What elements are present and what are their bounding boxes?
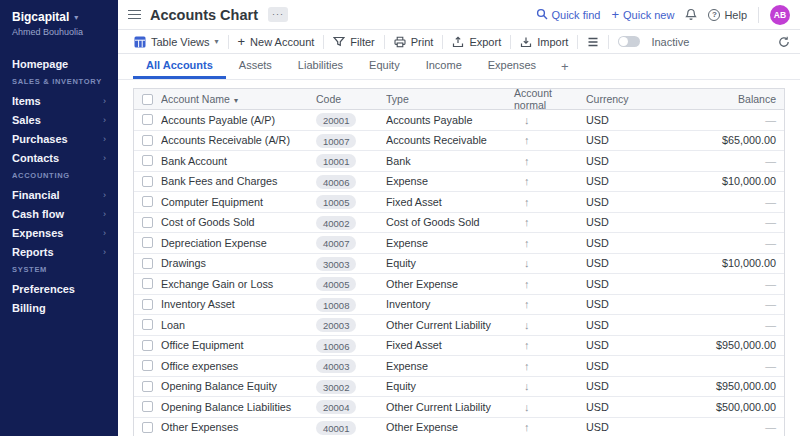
table-row[interactable]: Computer Equipment 10005 Fixed Asset ↑ U…: [134, 192, 784, 213]
row-checkbox[interactable]: [142, 176, 153, 187]
quick-new-button[interactable]: + Quick new: [611, 8, 674, 21]
row-checkbox[interactable]: [142, 319, 153, 330]
main-area: Accounts Chart ··· Quick find + Quick ne…: [118, 0, 800, 436]
currency-cell: USD: [586, 278, 661, 290]
row-checkbox[interactable]: [142, 299, 153, 310]
account-name-cell: Accounts Receivable (A/R): [161, 134, 316, 146]
refresh-button[interactable]: [778, 36, 790, 48]
account-type-cell: Equity: [386, 380, 514, 392]
tab[interactable]: Liabilities: [285, 54, 356, 79]
sidebar-item[interactable]: Items ›: [0, 91, 118, 110]
row-checkbox[interactable]: [142, 258, 153, 269]
sidebar-item[interactable]: Expenses ›: [0, 223, 118, 242]
sidebar-item[interactable]: Sales ›: [0, 110, 118, 129]
account-type-cell: Fixed Asset: [386, 196, 514, 208]
table-row[interactable]: Loan 20003 Other Current Liability ↓ USD…: [134, 315, 784, 336]
row-checkbox[interactable]: [142, 278, 153, 289]
account-normal-cell: ↑: [514, 360, 586, 372]
table-row[interactable]: Exchange Gain or Loss 40005 Other Expens…: [134, 274, 784, 295]
balance-cell: —: [661, 237, 784, 249]
column-header-balance[interactable]: Balance: [661, 93, 784, 105]
column-header-currency[interactable]: Currency: [586, 93, 661, 105]
row-select-cell: [134, 360, 161, 371]
row-checkbox[interactable]: [142, 340, 153, 351]
hamburger-menu-icon[interactable]: [128, 10, 141, 20]
more-options-button[interactable]: ···: [268, 7, 288, 22]
account-code-cell: 10008: [316, 298, 386, 310]
row-checkbox[interactable]: [142, 135, 153, 146]
tab[interactable]: All Accounts: [133, 54, 226, 79]
tab[interactable]: Expenses: [475, 54, 549, 79]
account-code-cell: 20004: [316, 401, 386, 413]
row-checkbox[interactable]: [142, 155, 153, 166]
column-header-type[interactable]: Type: [386, 93, 514, 105]
row-checkbox[interactable]: [142, 360, 153, 371]
account-type-cell: Expense: [386, 237, 514, 249]
print-button[interactable]: Print: [385, 36, 443, 48]
table-row[interactable]: Drawings 30003 Equity ↓ USD $10,000.00: [134, 254, 784, 275]
tab[interactable]: Equity: [356, 54, 413, 79]
code-badge: 40007: [316, 236, 356, 250]
select-all-checkbox[interactable]: [142, 94, 153, 105]
table-row[interactable]: Depreciation Expense 40007 Expense ↑ USD…: [134, 233, 784, 254]
add-tab-button[interactable]: +: [549, 54, 581, 79]
account-normal-cell: ↓: [514, 380, 586, 392]
export-icon: [452, 36, 464, 48]
new-account-button[interactable]: + New Account: [229, 35, 324, 48]
column-header-code[interactable]: Code: [316, 93, 386, 105]
table-views-button[interactable]: Table Views ▾: [125, 36, 228, 48]
row-checkbox[interactable]: [142, 114, 153, 125]
sidebar-item[interactable]: Homepage: [0, 54, 118, 73]
table-row[interactable]: Inventory Asset 10008 Inventory ↑ USD —: [134, 295, 784, 316]
column-header-account-normal[interactable]: Account normal: [514, 87, 586, 111]
sidebar-item[interactable]: Preferences: [0, 279, 118, 298]
sidebar-item[interactable]: Purchases ›: [0, 129, 118, 148]
filter-button[interactable]: Filter: [324, 36, 383, 48]
row-checkbox[interactable]: [142, 422, 153, 433]
table-row[interactable]: Bank Fees and Charges 40006 Expense ↑ US…: [134, 172, 784, 193]
row-checkbox[interactable]: [142, 237, 153, 248]
tab[interactable]: Assets: [226, 54, 285, 79]
export-button[interactable]: Export: [443, 36, 510, 48]
plus-icon: +: [238, 35, 246, 48]
tabs-row: All Accounts Assets Liabilities Equity I…: [118, 54, 800, 80]
table-row[interactable]: Bank Account 10001 Bank ↑ USD —: [134, 151, 784, 172]
table-row[interactable]: Other Expenses 40001 Other Expense ↑ USD…: [134, 418, 784, 436]
code-badge: 40006: [316, 175, 356, 189]
topbar-right: Quick find + Quick new ? Help AB: [536, 5, 791, 25]
inactive-toggle[interactable]: [618, 36, 640, 47]
table-row[interactable]: Cost of Goods Sold 40002 Cost of Goods S…: [134, 213, 784, 234]
sidebar-section-label: Sales & Inventory: [0, 73, 118, 91]
sidebar-item[interactable]: Billing: [0, 298, 118, 317]
tab[interactable]: Income: [413, 54, 475, 79]
column-header-account-name[interactable]: Account Name▾: [161, 93, 316, 105]
notifications-bell-button[interactable]: [685, 8, 697, 21]
table-row[interactable]: Accounts Payable (A/P) 20001 Accounts Pa…: [134, 110, 784, 131]
sidebar-section-label: System: [0, 261, 118, 279]
row-checkbox[interactable]: [142, 401, 153, 412]
quick-find-button[interactable]: Quick find: [536, 8, 601, 22]
org-switcher[interactable]: Bigcapital ▾: [0, 10, 118, 24]
table-row[interactable]: Opening Balance Equity 30002 Equity ↓ US…: [134, 377, 784, 398]
row-checkbox[interactable]: [142, 381, 153, 392]
account-name-cell: Inventory Asset: [161, 298, 316, 310]
import-button[interactable]: Import: [511, 36, 577, 48]
account-type-cell: Other Expense: [386, 278, 514, 290]
row-checkbox[interactable]: [142, 196, 153, 207]
sidebar-item[interactable]: Contacts ›: [0, 148, 118, 167]
user-avatar[interactable]: AB: [770, 5, 790, 25]
account-normal-cell: ↑: [514, 298, 586, 310]
sidebar-item[interactable]: Reports ›: [0, 242, 118, 261]
help-button[interactable]: ? Help: [708, 9, 747, 21]
table-row[interactable]: Opening Balance Liabilities 20004 Other …: [134, 397, 784, 418]
row-checkbox[interactable]: [142, 217, 153, 228]
sidebar-nav: Homepage Sales & Inventory Items › Sales…: [0, 54, 118, 317]
row-select-cell: [134, 176, 161, 187]
normal-direction-icon: ↓: [524, 380, 530, 392]
table-row[interactable]: Office Equipment 10006 Fixed Asset ↑ USD…: [134, 336, 784, 357]
table-row[interactable]: Office expenses 40003 Expense ↑ USD —: [134, 356, 784, 377]
sidebar-item[interactable]: Financial ›: [0, 185, 118, 204]
sidebar-item[interactable]: Cash flow ›: [0, 204, 118, 223]
table-row[interactable]: Accounts Receivable (A/R) 10007 Accounts…: [134, 131, 784, 152]
row-density-button[interactable]: [578, 37, 608, 47]
